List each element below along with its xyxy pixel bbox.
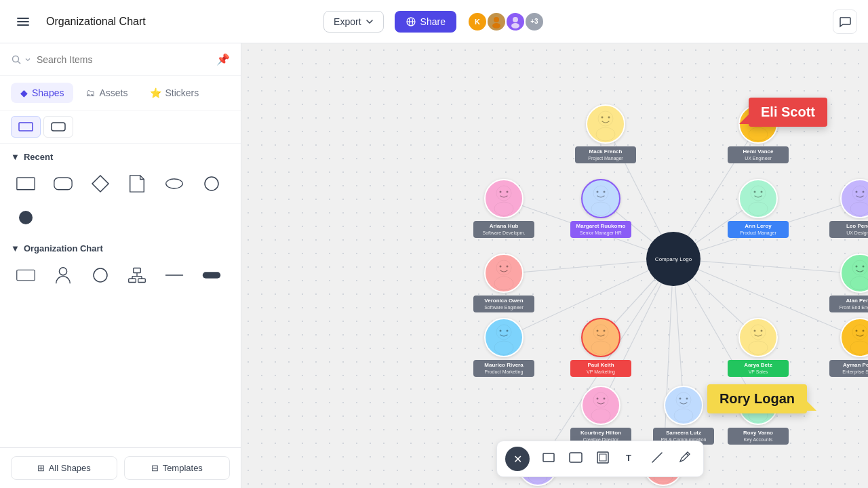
svg-point-91	[754, 330, 756, 332]
shape-rounded-rect[interactable]	[48, 169, 78, 199]
svg-rect-119	[571, 453, 580, 462]
svg-point-54	[749, 127, 768, 141]
node-label-aarya: Aarya BetzVP Sales	[728, 360, 789, 377]
tab-stickers[interactable]: ⭐ Stickers	[140, 83, 209, 103]
svg-rect-29	[138, 279, 146, 282]
svg-point-59	[500, 191, 502, 193]
tool-pen[interactable]	[673, 447, 695, 468]
shape-type-alt[interactable]	[43, 116, 73, 138]
svg-rect-13	[52, 123, 65, 131]
search-bar: 📌	[0, 43, 241, 76]
tab-assets[interactable]: 🗂 Assets	[76, 83, 137, 103]
comment-rory[interactable]: Rory Logan	[707, 384, 807, 413]
svg-point-99	[597, 398, 599, 400]
org-shape-person[interactable]	[48, 260, 78, 290]
all-shapes-button[interactable]: ⊞ All Shapes	[11, 456, 117, 480]
tab-shapes[interactable]: ◆ Shapes	[11, 83, 73, 103]
node-veronica[interactable]: Veronica OwenSoftware Engineer	[473, 253, 534, 312]
tool-rounded-rect[interactable]	[565, 447, 587, 468]
node-label-leo: Leo PenceUX Designer	[829, 221, 868, 238]
shape-rectangle[interactable]	[11, 169, 41, 199]
panel-bottom: ⊞ All Shapes ⊟ Templates	[0, 447, 241, 488]
svg-point-87	[597, 330, 599, 332]
node-margaret[interactable]: Margaret RuukomoSenior Manager HR	[570, 179, 631, 238]
svg-point-21	[59, 268, 66, 275]
avatar-1: K	[467, 12, 488, 32]
canvas[interactable]: Company Logo Mack FrenchProject Manager …	[241, 43, 868, 488]
node-ariana[interactable]: Ariana HubSoftware Developm.	[473, 179, 534, 238]
shape-type-default[interactable]	[11, 116, 41, 138]
section-recent[interactable]: ▼ Recent	[11, 152, 230, 162]
node-avatar-sameera	[664, 386, 703, 425]
all-shapes-icon: ⊞	[37, 463, 45, 473]
org-shape-line[interactable]	[159, 260, 189, 290]
node-label-hemi: Hemi VanceUX Engineer	[728, 146, 789, 163]
svg-point-68	[761, 191, 763, 193]
svg-point-10	[13, 56, 19, 62]
shape-circle[interactable]	[197, 169, 226, 199]
svg-rect-12	[19, 123, 33, 131]
shape-filled-circle[interactable]	[11, 203, 41, 232]
svg-point-57	[496, 186, 511, 201]
svg-point-86	[591, 341, 610, 354]
org-shape-badge[interactable]	[197, 260, 226, 290]
node-paul[interactable]: Paul KeithVP Marketing	[570, 318, 631, 377]
svg-rect-120	[597, 452, 608, 463]
shape-diamond[interactable]	[85, 169, 115, 199]
node-label-margaret: Margaret RuukomoSenior Manager HR	[570, 221, 631, 238]
recent-chevron: ▼	[11, 152, 20, 162]
templates-button[interactable]: ⊟ Templates	[124, 456, 231, 480]
comment-eli-text: Eli Scott	[761, 104, 815, 120]
tool-frame[interactable]	[592, 447, 614, 468]
svg-rect-23	[134, 268, 141, 273]
comment-eli[interactable]: Eli Scott	[749, 98, 827, 127]
shape-document[interactable]	[122, 169, 152, 199]
node-ann[interactable]: Ann LeroyProduct Manager	[728, 179, 789, 238]
svg-point-78	[850, 277, 868, 290]
node-kourtney[interactable]: Kourtney HiltonCreative Director	[570, 386, 631, 445]
svg-line-123	[652, 453, 662, 462]
svg-point-82	[494, 341, 513, 354]
export-label: Export	[334, 16, 361, 27]
svg-point-7	[492, 23, 500, 28]
chat-button[interactable]	[833, 9, 857, 34]
svg-point-19	[19, 211, 33, 224]
menu-button[interactable]	[11, 9, 35, 34]
node-avatar-margaret	[581, 179, 620, 218]
node-leo[interactable]: Leo PenceUX Designer	[829, 179, 868, 238]
section-org-chart[interactable]: ▼ Organization Chart	[11, 243, 230, 253]
all-shapes-label: All Shapes	[49, 463, 91, 473]
node-label-ann: Ann LeroyProduct Manager	[728, 221, 789, 238]
shape-ellipse[interactable]	[159, 169, 189, 199]
node-maurico[interactable]: Maurico RiveraProduct Marketing	[473, 318, 534, 377]
svg-point-93	[852, 325, 867, 340]
node-alan[interactable]: Alan PerezFront End Engineer	[829, 253, 868, 312]
node-avatar-ayman	[840, 318, 868, 357]
pin-icon[interactable]: 📌	[216, 53, 230, 66]
search-input[interactable]	[37, 54, 211, 65]
node-mack[interactable]: Mack FrenchProject Manager	[575, 104, 636, 163]
org-shape-card[interactable]	[11, 260, 41, 290]
shape-type-row	[0, 110, 241, 144]
svg-point-58	[494, 202, 513, 216]
node-ayman[interactable]: Ayman PerezEnterprise Sales	[829, 318, 868, 377]
svg-point-76	[507, 266, 509, 268]
node-avatar-alan	[840, 253, 868, 293]
node-aarya[interactable]: Aarya BetzVP Sales	[728, 318, 789, 377]
svg-point-64	[604, 191, 606, 193]
svg-point-49	[598, 111, 613, 126]
svg-point-51	[601, 117, 604, 119]
tool-line[interactable]	[646, 447, 668, 468]
node-avatar-ariana	[484, 179, 524, 218]
org-shape-circle-sm[interactable]	[85, 260, 115, 290]
svg-point-84	[507, 330, 509, 332]
node-sameera[interactable]: Sameera LutzPR & Communication	[653, 386, 714, 445]
svg-point-96	[863, 330, 865, 332]
export-button[interactable]: Export	[323, 11, 383, 33]
tool-rectangle[interactable]	[538, 447, 559, 468]
tool-text[interactable]: T	[619, 447, 641, 468]
node-label-paul: Paul KeithVP Marketing	[570, 360, 631, 377]
close-toolbar-button[interactable]: ✕	[505, 447, 530, 471]
share-button[interactable]: Share	[395, 11, 456, 33]
org-shape-hierarchy[interactable]	[122, 260, 152, 290]
